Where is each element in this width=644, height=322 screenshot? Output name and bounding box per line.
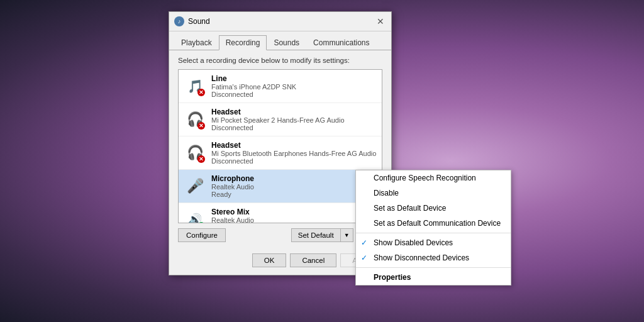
set-default-arrow[interactable]: ▼ [340, 228, 353, 242]
menu-item-show-disconnected[interactable]: ✓ Show Disconnected Devices [356, 250, 511, 265]
device-info-line: Line Fatima's iPhone A2DP SNK Disconnect… [211, 74, 377, 98]
tab-sounds[interactable]: Sounds [267, 35, 306, 50]
device-status-microphone: Ready [211, 191, 377, 198]
menu-label-show-disabled: Show Disabled Devices [374, 238, 453, 247]
device-item-microphone[interactable]: 🎤 Microphone Realtek Audio Ready [179, 170, 382, 203]
action-buttons: Configure Set Default ▼ Pr... [178, 228, 382, 242]
menu-item-show-disabled[interactable]: ✓ Show Disabled Devices [356, 235, 511, 250]
device-name-line: Line [211, 74, 377, 83]
menu-label-set-default-comm: Set as Default Communication Device [374, 219, 501, 228]
microphone-icon: 🎤 [187, 178, 204, 194]
status-dot-line: ✕ [197, 89, 205, 96]
ok-button[interactable]: OK [252, 253, 287, 267]
status-dot-headset2: ✕ [197, 155, 205, 163]
device-info-headset1: Headset Mi Pocket Speaker 2 Hands-Free A… [211, 108, 377, 131]
menu-separator-2 [356, 267, 511, 268]
device-list[interactable]: 🎵 ✕ Line Fatima's iPhone A2DP SNK Discon… [178, 69, 382, 223]
tab-communications[interactable]: Communications [306, 35, 376, 50]
check-icon-show-disconnected: ✓ [361, 253, 367, 262]
set-default-button[interactable]: Set Default [291, 228, 340, 242]
device-sub-line: Fatima's iPhone A2DP SNK [211, 83, 377, 91]
menu-item-properties[interactable]: Properties [356, 270, 511, 285]
device-item-headset2[interactable]: 🎧 ✕ Headset Mi Sports Bluetooth Earphone… [179, 136, 382, 170]
device-name-headset2: Headset [211, 141, 377, 150]
device-sub-headset2: Mi Sports Bluetooth Earphones Hands-Free… [211, 150, 377, 157]
titlebar: ♪ Sound ✕ [169, 12, 391, 31]
device-info-headset2: Headset Mi Sports Bluetooth Earphones Ha… [211, 141, 377, 165]
menu-label-show-disconnected: Show Disconnected Devices [374, 253, 469, 262]
device-name-headset1: Headset [211, 108, 377, 116]
device-item-line[interactable]: 🎵 ✕ Line Fatima's iPhone A2DP SNK Discon… [179, 70, 382, 103]
menu-item-disable[interactable]: Disable [356, 186, 511, 201]
menu-label-disable: Disable [374, 189, 399, 197]
device-status-line: Disconnected [211, 91, 377, 98]
device-sub-microphone: Realtek Audio [211, 183, 377, 191]
menu-label-configure-speech: Configure Speech Recognition [374, 174, 476, 182]
content-description: Select a recording device below to modif… [178, 57, 382, 64]
menu-item-set-default-comm[interactable]: Set as Default Communication Device [356, 216, 511, 231]
device-status-headset2: Disconnected [211, 157, 377, 165]
tab-playback[interactable]: Playback [174, 35, 219, 50]
device-sub-headset1: Mi Pocket Speaker 2 Hands-Free AG Audio [211, 116, 377, 124]
context-menu: Configure Speech Recognition Disable Set… [355, 170, 511, 286]
device-info-stereomix: Stereo Mix Realtek Audio Default Device [211, 208, 377, 223]
device-info-microphone: Microphone Realtek Audio Ready [211, 174, 377, 198]
device-sub-stereomix: Realtek Audio [211, 216, 377, 223]
device-icon-headset1: 🎧 ✕ [184, 108, 206, 131]
device-icon-microphone: 🎤 [184, 175, 206, 197]
check-icon-show-disabled: ✓ [361, 238, 367, 247]
menu-separator-1 [356, 233, 511, 233]
device-item-headset1[interactable]: 🎧 ✕ Headset Mi Pocket Speaker 2 Hands-Fr… [179, 103, 382, 136]
cancel-button[interactable]: Cancel [290, 253, 336, 267]
tab-bar: Playback Recording Sounds Communications [169, 31, 391, 50]
sound-icon: ♪ [174, 16, 184, 26]
window-title: Sound [188, 17, 210, 26]
device-icon-headset2: 🎧 ✕ [184, 142, 206, 164]
configure-button[interactable]: Configure [178, 228, 226, 242]
status-dot-headset1: ✕ [197, 122, 205, 130]
status-dot-stereomix: ✓ [197, 222, 205, 223]
menu-item-set-default[interactable]: Set as Default Device [356, 201, 511, 216]
titlebar-left: ♪ Sound [174, 16, 210, 26]
close-button[interactable]: ✕ [375, 16, 386, 27]
device-icon-stereomix: 🔊 ✓ [184, 208, 206, 223]
tab-recording[interactable]: Recording [219, 35, 267, 50]
device-status-headset1: Disconnected [211, 124, 377, 131]
set-default-split: Set Default ▼ [291, 228, 353, 242]
menu-item-configure-speech[interactable]: Configure Speech Recognition [356, 170, 511, 186]
menu-label-properties: Properties [374, 273, 411, 282]
device-name-microphone: Microphone [211, 174, 377, 183]
device-item-stereomix[interactable]: 🔊 ✓ Stereo Mix Realtek Audio Default Dev… [179, 203, 382, 223]
device-name-stereomix: Stereo Mix [211, 208, 377, 216]
menu-label-set-default: Set as Default Device [374, 204, 446, 213]
device-icon-line: 🎵 ✕ [184, 75, 206, 97]
